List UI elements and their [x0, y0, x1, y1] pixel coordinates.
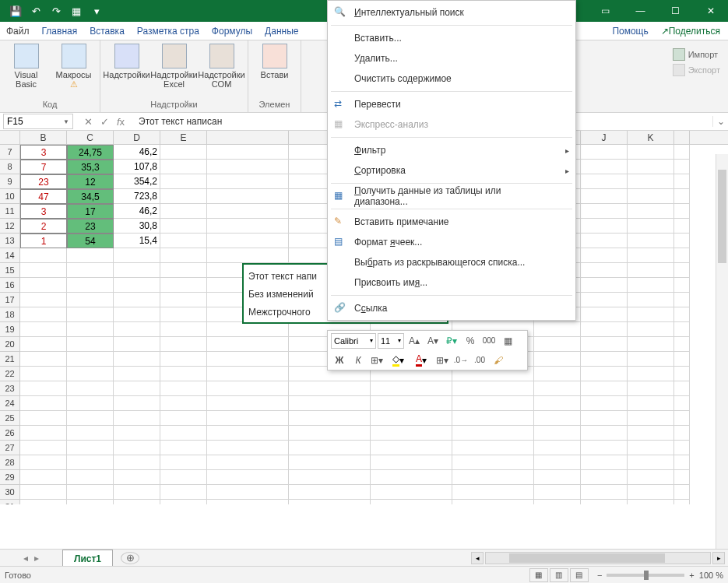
cell[interactable]: [534, 455, 581, 470]
cell[interactable]: [674, 367, 690, 381]
cell[interactable]: [207, 337, 289, 352]
ctx-delete[interactable]: Удалить...: [328, 48, 575, 68]
ctx-translate[interactable]: ⇄Перевести: [328, 94, 575, 114]
cell[interactable]: 354,2: [114, 174, 160, 189]
cell[interactable]: [581, 337, 628, 352]
tab-layout[interactable]: Разметка стра: [131, 22, 206, 40]
cell[interactable]: [289, 441, 371, 455]
cell[interactable]: [207, 500, 289, 504]
cell[interactable]: 3: [20, 204, 67, 219]
row-header[interactable]: 13: [0, 234, 20, 248]
cell[interactable]: [371, 396, 452, 411]
cell[interactable]: [674, 204, 690, 219]
cell[interactable]: [674, 441, 690, 455]
cell[interactable]: [581, 293, 628, 307]
cell[interactable]: [160, 204, 207, 219]
increase-font-icon[interactable]: A▴: [406, 332, 423, 349]
cell[interactable]: [674, 337, 690, 352]
maximize-button[interactable]: ☐: [658, 0, 693, 22]
view-page-break-icon[interactable]: ▤: [570, 568, 589, 582]
cell[interactable]: [674, 485, 690, 500]
cell[interactable]: [534, 322, 581, 337]
fill-color-icon[interactable]: ◇▾: [387, 352, 409, 369]
cell[interactable]: [289, 426, 371, 441]
row-header[interactable]: 16: [0, 278, 20, 293]
cell[interactable]: [452, 500, 534, 504]
cell[interactable]: [160, 219, 207, 234]
tool-addins-excel[interactable]: НадстройкиExcel: [153, 44, 195, 89]
cell[interactable]: [628, 293, 674, 307]
cell[interactable]: [674, 263, 690, 278]
cell[interactable]: [289, 396, 371, 411]
cell[interactable]: [581, 352, 628, 367]
cell[interactable]: [628, 248, 674, 263]
cell[interactable]: [114, 248, 160, 263]
cell[interactable]: [114, 352, 160, 367]
cell[interactable]: [207, 234, 289, 248]
ctx-get-table-data[interactable]: ▦Получить данные из таблицы или диапазон…: [328, 186, 575, 206]
cell[interactable]: [628, 322, 674, 337]
cell[interactable]: [114, 322, 160, 337]
cell[interactable]: [674, 500, 690, 504]
row-header[interactable]: 19: [0, 322, 20, 337]
cell[interactable]: [160, 396, 207, 411]
cell[interactable]: [289, 500, 371, 504]
cell[interactable]: [20, 367, 67, 381]
decrease-decimal-icon[interactable]: .0→: [452, 352, 470, 369]
cell[interactable]: [114, 293, 160, 307]
cell[interactable]: [67, 367, 114, 381]
cell[interactable]: [20, 322, 67, 337]
cell[interactable]: [67, 396, 114, 411]
borders-grid-icon[interactable]: ⊞▾: [434, 352, 451, 369]
cell[interactable]: [289, 411, 371, 426]
cell[interactable]: [581, 189, 628, 204]
cell[interactable]: [581, 219, 628, 234]
scroll-left-icon[interactable]: ◂: [471, 552, 484, 564]
cell[interactable]: [20, 396, 67, 411]
cell[interactable]: [207, 352, 289, 367]
cell[interactable]: [674, 307, 690, 322]
cell[interactable]: [160, 278, 207, 293]
cell[interactable]: [114, 485, 160, 500]
row-header[interactable]: 11: [0, 204, 20, 219]
ctx-filter[interactable]: Фильтр: [328, 140, 575, 160]
view-normal-icon[interactable]: ▦: [529, 568, 548, 582]
cell[interactable]: [581, 367, 628, 381]
cell[interactable]: [20, 352, 67, 367]
cell[interactable]: [160, 263, 207, 278]
bold-button[interactable]: Ж: [331, 352, 348, 369]
cell[interactable]: [628, 396, 674, 411]
cell[interactable]: [628, 426, 674, 441]
cell[interactable]: [160, 485, 207, 500]
cell[interactable]: 7: [20, 160, 67, 174]
cell[interactable]: [452, 396, 534, 411]
row-header[interactable]: 20: [0, 337, 20, 352]
col-header[interactable]: C: [67, 131, 114, 144]
cell[interactable]: [581, 307, 628, 322]
cell[interactable]: [674, 174, 690, 189]
col-header[interactable]: [674, 131, 690, 144]
horizontal-scrollbar[interactable]: ◂ ▸: [139, 552, 728, 564]
row-header[interactable]: 25: [0, 411, 20, 426]
cell[interactable]: [207, 189, 289, 204]
ctx-sort[interactable]: Сортировка: [328, 160, 575, 181]
decrease-font-icon[interactable]: A▾: [424, 332, 441, 349]
save-icon[interactable]: 💾: [6, 2, 25, 20]
ctx-format-cells[interactable]: ▤Формат ячеек...: [328, 232, 575, 252]
row-header[interactable]: 8: [0, 160, 20, 174]
cell[interactable]: [160, 322, 207, 337]
cell[interactable]: [160, 293, 207, 307]
cell[interactable]: [114, 278, 160, 293]
cell[interactable]: [628, 337, 674, 352]
minimize-button[interactable]: —: [623, 0, 658, 22]
ctx-define-name[interactable]: Присвоить имя...: [328, 272, 575, 293]
cell[interactable]: [674, 293, 690, 307]
ctx-smart-search[interactable]: 🔍Интеллектуальный поиск: [328, 2, 575, 23]
share-button[interactable]: ↗ Поделиться: [655, 22, 728, 40]
row-header[interactable]: 9: [0, 174, 20, 189]
cell[interactable]: [20, 485, 67, 500]
cell[interactable]: [628, 352, 674, 367]
row-header[interactable]: 17: [0, 293, 20, 307]
col-header[interactable]: D: [114, 131, 160, 144]
cell[interactable]: [628, 500, 674, 504]
